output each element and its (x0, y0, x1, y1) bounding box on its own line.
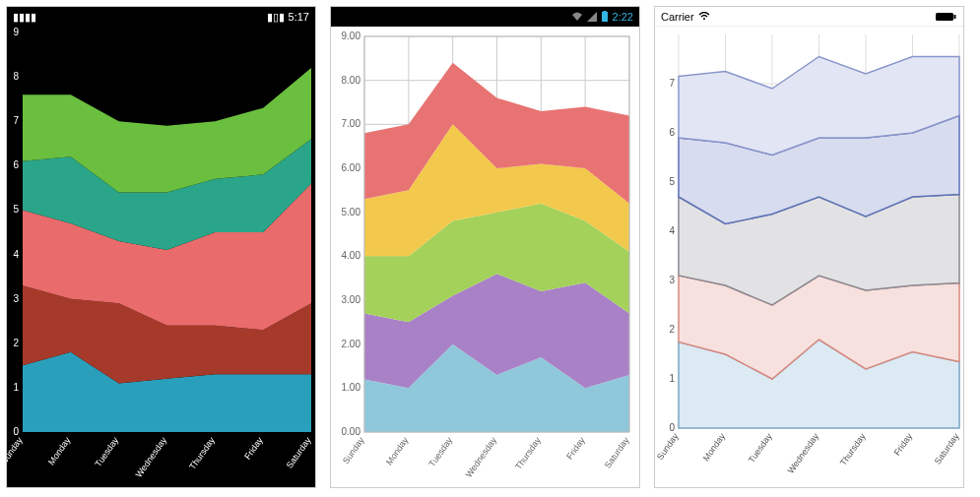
svg-text:5.00: 5.00 (342, 207, 361, 217)
svg-text:Thursday: Thursday (187, 435, 217, 471)
svg-rect-18 (602, 12, 608, 22)
svg-text:Monday: Monday (46, 435, 73, 466)
phone-1: ▮▮▮▮ ▮▯▮ 5:17 0123456789SundayMondayTues… (6, 6, 316, 488)
svg-text:Saturday: Saturday (285, 435, 313, 470)
svg-text:0.00: 0.00 (342, 426, 361, 437)
svg-text:Tuesday: Tuesday (94, 435, 121, 468)
svg-text:8: 8 (13, 71, 19, 82)
svg-text:4: 4 (669, 225, 675, 236)
stacked-area-chart[interactable]: 0.001.002.003.004.005.006.007.008.009.00… (331, 27, 639, 487)
battery-icon (936, 12, 957, 22)
svg-text:Monday: Monday (384, 435, 411, 466)
svg-rect-19 (603, 11, 606, 13)
status-time: 2:22 (613, 11, 633, 23)
status-time: 7:13 AM (470, 11, 509, 23)
svg-text:3: 3 (13, 293, 19, 304)
svg-text:4: 4 (13, 249, 19, 260)
svg-text:1: 1 (13, 382, 19, 393)
svg-text:Friday: Friday (564, 435, 587, 462)
carrier-label: Carrier (661, 11, 694, 23)
svg-text:3.00: 3.00 (342, 294, 361, 305)
status-bar: Carrier 7:13 AM (655, 7, 963, 27)
svg-text:Sunday: Sunday (7, 435, 25, 466)
svg-text:Sunday: Sunday (341, 435, 366, 466)
svg-text:5: 5 (669, 176, 675, 187)
wifi-icon (571, 12, 583, 22)
stacked-area-chart[interactable]: 0123456789SundayMondayTuesdayWednesdayTh… (7, 27, 315, 487)
svg-text:7: 7 (13, 115, 19, 126)
svg-text:6: 6 (669, 127, 675, 138)
activity-icon: ▮▯▮ (267, 11, 285, 24)
signal-icon (587, 12, 597, 22)
status-bar: ▮▮▮▮ ▮▯▮ 5:17 (7, 7, 315, 27)
phone-2: 2:22 0.001.002.003.004.005.006.007.008.0… (330, 6, 640, 488)
svg-point-56 (703, 18, 705, 20)
svg-text:Thursday: Thursday (838, 431, 868, 467)
svg-text:1: 1 (669, 373, 675, 384)
layout-row: ▮▮▮▮ ▮▯▮ 5:17 0123456789SundayMondayTues… (0, 0, 980, 494)
svg-text:2: 2 (669, 324, 675, 335)
svg-text:Saturday: Saturday (603, 435, 631, 470)
svg-text:Wednesday: Wednesday (464, 435, 499, 479)
svg-text:9.00: 9.00 (342, 31, 361, 41)
svg-text:Tuesday: Tuesday (427, 435, 455, 468)
svg-rect-57 (936, 13, 953, 21)
svg-text:Tuesday: Tuesday (747, 431, 774, 465)
svg-text:Friday: Friday (242, 435, 265, 462)
svg-text:5: 5 (13, 204, 19, 215)
svg-text:2.00: 2.00 (342, 339, 361, 349)
wifi-icon (698, 12, 710, 21)
svg-text:Sunday: Sunday (655, 431, 681, 462)
svg-text:7: 7 (669, 78, 675, 89)
phone-3: Carrier 7:13 AM 01234567SundayMondayTues… (654, 6, 964, 488)
svg-text:Saturday: Saturday (933, 431, 961, 466)
battery-icon (601, 11, 609, 23)
svg-text:Friday: Friday (892, 431, 915, 458)
svg-text:6.00: 6.00 (342, 162, 361, 173)
svg-text:8.00: 8.00 (342, 75, 361, 86)
svg-text:9: 9 (13, 27, 19, 37)
svg-text:Monday: Monday (701, 431, 728, 463)
svg-text:1.00: 1.00 (342, 382, 361, 393)
svg-text:7.00: 7.00 (342, 118, 361, 129)
stacked-area-chart[interactable]: 01234567SundayMondayTuesdayWednesdayThur… (655, 27, 963, 487)
svg-rect-58 (954, 15, 956, 19)
svg-text:0: 0 (13, 426, 19, 437)
svg-text:4.00: 4.00 (342, 250, 361, 261)
status-time: 5:17 (289, 11, 309, 23)
svg-text:Wednesday: Wednesday (786, 431, 821, 475)
svg-text:Wednesday: Wednesday (134, 435, 169, 479)
svg-text:3: 3 (669, 275, 675, 285)
svg-text:2: 2 (13, 338, 19, 348)
svg-text:0: 0 (669, 422, 675, 433)
svg-text:Thursday: Thursday (513, 435, 543, 471)
signal-icon: ▮▮▮▮ (13, 11, 36, 24)
svg-text:6: 6 (13, 159, 19, 170)
